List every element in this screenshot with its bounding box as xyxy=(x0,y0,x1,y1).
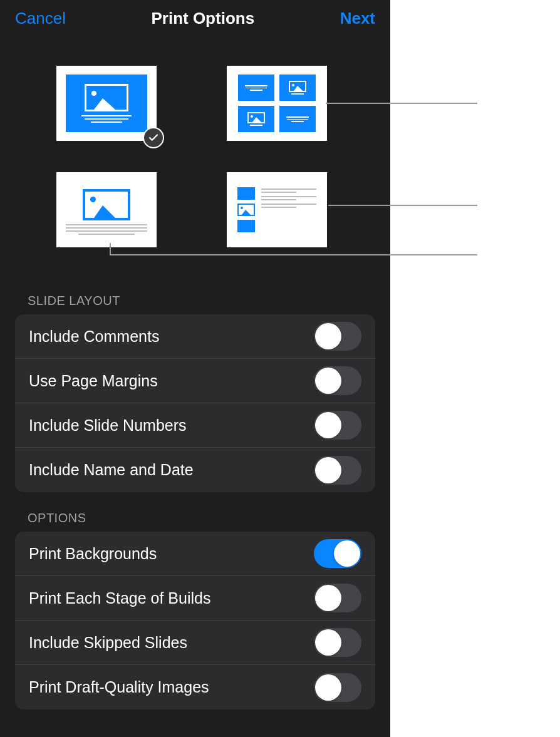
row-label: Print Draft-Quality Images xyxy=(29,678,209,696)
row-use-page-margins: Use Page Margins xyxy=(15,359,375,403)
row-include-skipped-slides: Include Skipped Slides xyxy=(15,621,375,665)
callout-line xyxy=(328,205,477,206)
callout-line xyxy=(110,243,111,255)
row-print-backgrounds: Print Backgrounds xyxy=(15,532,375,576)
row-print-each-stage: Print Each Stage of Builds xyxy=(15,576,375,621)
row-label: Print Each Stage of Builds xyxy=(29,589,210,607)
layout-option-outline[interactable] xyxy=(227,172,327,247)
toggle-include-name-date[interactable] xyxy=(314,456,361,485)
toggle-print-each-stage[interactable] xyxy=(314,584,361,612)
row-label: Include Name and Date xyxy=(29,461,194,479)
row-label: Include Slide Numbers xyxy=(29,416,187,435)
toggle-use-page-margins[interactable] xyxy=(314,366,361,395)
row-include-comments: Include Comments xyxy=(15,314,375,359)
section-header-options: OPTIONS xyxy=(0,492,390,532)
slide-thumbnail xyxy=(66,75,147,132)
toggle-include-skipped-slides[interactable] xyxy=(314,628,361,657)
checkmark-icon xyxy=(143,127,164,148)
toggle-print-draft-quality[interactable] xyxy=(314,673,361,702)
toggle-include-slide-numbers[interactable] xyxy=(314,411,361,440)
layout-option-slide[interactable] xyxy=(56,66,157,141)
row-print-draft-quality: Print Draft-Quality Images xyxy=(15,665,375,709)
handout-thumbnail xyxy=(66,185,147,235)
next-button[interactable]: Next xyxy=(340,9,375,28)
print-options-panel: Cancel Print Options Next xyxy=(0,0,390,737)
slide-layout-group: Include Comments Use Page Margins Includ… xyxy=(15,314,375,492)
page-title: Print Options xyxy=(151,9,254,28)
options-group: Print Backgrounds Print Each Stage of Bu… xyxy=(15,532,375,709)
row-label: Use Page Margins xyxy=(29,372,158,390)
callout-line xyxy=(326,103,477,104)
outline-thumbnail xyxy=(229,178,325,241)
image-icon xyxy=(83,189,130,220)
row-label: Print Backgrounds xyxy=(29,545,157,563)
grid-thumbnail xyxy=(238,75,316,132)
text-lines-icon xyxy=(66,224,147,235)
toggle-print-backgrounds[interactable] xyxy=(314,539,361,568)
row-include-name-date: Include Name and Date xyxy=(15,448,375,492)
cancel-button[interactable]: Cancel xyxy=(15,9,66,28)
callout-line xyxy=(110,254,477,255)
layout-option-handout[interactable] xyxy=(56,172,157,247)
row-label: Include Skipped Slides xyxy=(29,634,187,652)
row-label: Include Comments xyxy=(29,327,159,346)
toggle-include-comments[interactable] xyxy=(314,322,361,351)
layout-grid xyxy=(0,34,390,272)
layout-option-grid[interactable] xyxy=(227,66,327,141)
text-lines-icon xyxy=(81,115,132,123)
image-icon xyxy=(85,84,128,111)
section-header-slide-layout: SLIDE LAYOUT xyxy=(0,272,390,314)
row-include-slide-numbers: Include Slide Numbers xyxy=(15,403,375,448)
header-bar: Cancel Print Options Next xyxy=(0,0,390,34)
